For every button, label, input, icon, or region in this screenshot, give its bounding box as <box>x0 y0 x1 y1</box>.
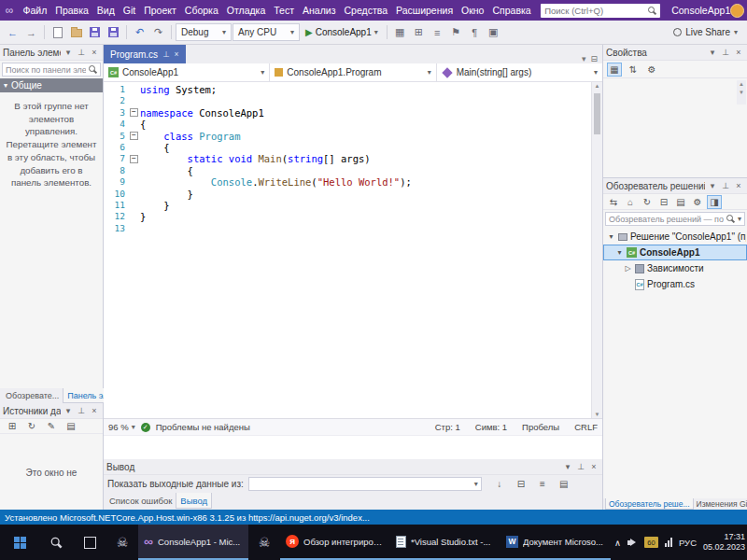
type-dropdown[interactable]: ConsoleApp1.Program ▾ <box>270 63 436 81</box>
code-line[interactable]: 5 class Program <box>104 131 602 142</box>
close-icon[interactable]: × <box>175 49 179 59</box>
solution-platforms-icon[interactable]: ▦ <box>391 23 409 42</box>
open-folder-icon[interactable] <box>67 23 85 42</box>
pin-icon[interactable]: ⊣ <box>77 47 86 58</box>
panel-tab-Обозреватель реше...[interactable]: Обозреватель реше... <box>605 498 694 510</box>
pin-icon[interactable]: ⊣ <box>721 47 730 58</box>
toggle-output-icon[interactable]: ▤ <box>557 477 571 491</box>
pin-icon[interactable]: ⊣ <box>162 50 171 57</box>
menu-item-Проект[interactable]: Проект <box>140 0 181 21</box>
menu-item-Git[interactable]: Git <box>119 0 139 21</box>
tree-item[interactable]: ▾C#ConsoleApp1 <box>603 245 747 260</box>
taskbar-window-3[interactable]: Обзор интегриров... <box>280 525 390 560</box>
tree-item[interactable]: ▾Решение "ConsoleApp1" (проекты: 1 из 1) <box>603 229 747 245</box>
alphabetical-icon[interactable]: ⇅ <box>626 63 641 77</box>
taskbar-pinned-2[interactable]: ☠ <box>248 525 280 560</box>
chevron-down-icon[interactable]: ▾ <box>63 48 74 57</box>
code-line[interactable]: 11 } <box>104 200 602 211</box>
panel-tab-Изменения Git — п...[interactable]: Изменения Git — п... <box>694 498 747 510</box>
menu-item-Отладка[interactable]: Отладка <box>222 0 270 21</box>
tree-item[interactable]: ▷Зависимости <box>603 260 747 276</box>
menu-item-Окно[interactable]: Окно <box>458 0 488 21</box>
taskbar-window-4[interactable]: *Visual Studio.txt -... <box>390 525 500 560</box>
start-button[interactable] <box>0 525 39 560</box>
user-avatar[interactable] <box>730 4 744 18</box>
live-share-button[interactable]: Live Share ▾ <box>673 27 743 37</box>
formatting-icon[interactable]: ¶ <box>466 23 484 42</box>
edit-icon[interactable]: ✎ <box>44 419 59 433</box>
taskbar-window-5[interactable]: Документ Microso... <box>500 525 611 560</box>
menu-item-Средства[interactable]: Средства <box>340 0 392 21</box>
task-view-button[interactable] <box>73 525 106 560</box>
toolbox-group-header[interactable]: ▾ Общие <box>0 78 103 92</box>
configure-icon[interactable]: ▤ <box>63 419 78 433</box>
property-pages-icon[interactable]: ⚙ <box>644 63 659 77</box>
float-window-icon[interactable]: ⊟ <box>590 54 598 63</box>
code-line[interactable]: 7 static void Main(string[] args) <box>104 153 602 164</box>
chevron-down-icon[interactable]: ▾ <box>582 54 586 63</box>
navigate-icon[interactable]: ▣ <box>485 23 502 42</box>
status-spaces[interactable]: Пробелы <box>522 422 559 432</box>
battery-badge[interactable]: 60 <box>644 537 658 548</box>
switch-views-icon[interactable]: ⇆ <box>606 195 621 209</box>
tray-expand-icon[interactable]: ∧ <box>614 538 621 548</box>
chevron-down-icon[interactable]: ▾ <box>562 462 573 471</box>
bookmark-icon[interactable]: ⚑ <box>447 23 465 42</box>
chevron-down-icon[interactable]: ▾ <box>707 181 718 190</box>
project-dropdown[interactable]: ConsoleApp1 ▾ <box>104 63 270 81</box>
close-icon[interactable]: × <box>588 462 599 471</box>
code-line[interactable]: 1using System; <box>104 84 602 95</box>
properties-scrollbar[interactable]: ▲▼ <box>737 80 746 105</box>
code-line[interactable]: 6 { <box>104 142 602 153</box>
pin-icon[interactable]: ⊣ <box>576 461 585 472</box>
add-data-source-icon[interactable]: ⊞ <box>5 419 20 433</box>
tree-collapsed-icon[interactable]: ▷ <box>624 264 632 273</box>
editor-vertical-scrollbar[interactable]: ▲ ▼ <box>591 82 602 418</box>
save-all-icon[interactable] <box>105 23 122 42</box>
close-icon[interactable]: × <box>733 48 744 57</box>
fold-marker-icon[interactable] <box>128 107 140 119</box>
chevron-down-icon[interactable]: ▾ <box>63 406 74 415</box>
zoom-dropdown[interactable]: 96 % ▾ <box>108 422 135 432</box>
menu-item-Вид[interactable]: Вид <box>92 0 119 21</box>
member-dropdown[interactable]: Main(string[] args) ▾ <box>437 63 602 81</box>
undo-icon[interactable]: ↶ <box>131 23 148 42</box>
keyboard-language[interactable]: РУС <box>679 538 697 548</box>
menu-item-Тест[interactable]: Тест <box>270 0 299 21</box>
scroll-down-icon[interactable]: ▼ <box>592 412 602 417</box>
show-all-files-icon[interactable]: ▤ <box>673 195 688 209</box>
clock[interactable]: 17:31 05.02.2023 <box>703 532 745 553</box>
pin-icon[interactable]: ⊣ <box>721 180 730 191</box>
add-item-icon[interactable]: ⊞ <box>410 23 428 42</box>
configuration-dropdown[interactable]: Debug ▾ <box>176 23 232 41</box>
scrollbar-thumb[interactable] <box>594 93 600 134</box>
new-file-icon[interactable] <box>49 23 66 42</box>
tree-item[interactable]: C#Program.cs <box>603 276 747 292</box>
chevron-down-icon[interactable]: ▾ <box>707 48 718 57</box>
navigate-back-icon[interactable]: ← <box>4 23 21 42</box>
taskbar-pinned-0[interactable]: ☠ <box>106 525 138 560</box>
code-line[interactable]: 2 <box>104 95 602 106</box>
menu-item-Сборка[interactable]: Сборка <box>180 0 222 21</box>
pin-icon[interactable]: ⊣ <box>77 405 86 416</box>
quick-search-input[interactable]: Поиск (Ctrl+Q) <box>541 4 660 18</box>
navigate-forward-icon[interactable]: → <box>22 23 40 42</box>
fold-marker-icon[interactable] <box>128 131 140 142</box>
code-line[interactable]: 3namespace ConsoleApp1 <box>104 107 602 119</box>
code-line[interactable]: 10 } <box>104 189 602 200</box>
tree-expanded-icon[interactable]: ▾ <box>607 232 615 241</box>
network-icon[interactable] <box>665 538 672 547</box>
save-icon[interactable] <box>86 23 104 42</box>
platform-dropdown[interactable]: Any CPU ▾ <box>233 23 300 41</box>
tree-expanded-icon[interactable]: ▾ <box>615 248 624 257</box>
close-icon[interactable]: × <box>89 406 100 415</box>
panel-tab-Обозревате...[interactable]: Обозревате... <box>2 388 63 403</box>
collapse-all-icon[interactable]: ⊟ <box>656 195 671 209</box>
menu-item-Расширения[interactable]: Расширения <box>392 0 458 21</box>
categorized-icon[interactable]: ▦ <box>607 63 622 77</box>
outline-icon[interactable]: ≡ <box>429 23 446 42</box>
fold-marker-icon[interactable] <box>128 153 140 164</box>
refresh-icon[interactable]: ↻ <box>24 419 39 433</box>
taskbar-window-1[interactable]: ∞ConsoleApp1 - Mic... <box>138 525 248 560</box>
status-eol[interactable]: CRLF <box>574 422 598 432</box>
